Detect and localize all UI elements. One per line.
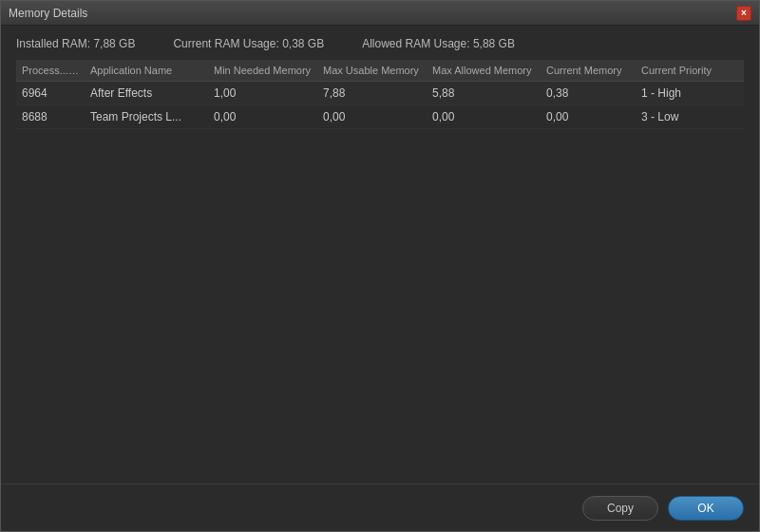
dialog-title: Memory Details: [9, 7, 87, 20]
cell-maxallow: 0,00: [427, 105, 541, 129]
cell-minmem: 1,00: [208, 82, 317, 105]
col-header-minmem: Min Needed Memory: [208, 60, 317, 82]
cell-curmem: 0,38: [541, 82, 636, 105]
cell-appname: Team Projects L...: [85, 105, 208, 129]
col-header-curpri: Current Priority: [636, 60, 744, 82]
sort-arrow-process: ▲: [73, 65, 84, 76]
ok-button[interactable]: OK: [668, 496, 744, 521]
title-bar: Memory Details ×: [1, 1, 759, 26]
col-header-maxallow: Max Allowed Memory: [427, 60, 541, 82]
col-header-appname: Application Name: [85, 60, 208, 82]
memory-table: Process... ▲ Application Name Min Needed…: [16, 60, 744, 129]
table-header-row: Process... ▲ Application Name Min Needed…: [16, 60, 744, 82]
cell-process: 8688: [16, 105, 85, 129]
cell-curpri: 3 - Low: [636, 105, 744, 129]
memory-table-container: Process... ▲ Application Name Min Needed…: [16, 60, 744, 472]
table-row: 8688Team Projects L...0,000,000,000,003 …: [16, 105, 744, 129]
table-body: 6964After Effects1,007,885,880,381 - Hig…: [16, 82, 744, 129]
col-header-maxmem: Max Usable Memory: [317, 60, 427, 82]
col-header-curmem: Current Memory: [541, 60, 636, 82]
cell-maxmem: 7,88: [317, 82, 427, 105]
cell-process: 6964: [16, 82, 85, 105]
installed-ram-info: Installed RAM: 7,88 GB: [16, 37, 135, 50]
content-area: Installed RAM: 7,88 GB Current RAM Usage…: [1, 26, 759, 484]
copy-button[interactable]: Copy: [582, 496, 658, 521]
cell-minmem: 0,00: [208, 105, 317, 129]
cell-curpri: 1 - High: [636, 82, 744, 105]
cell-maxallow: 5,88: [427, 82, 541, 105]
cell-appname: After Effects: [85, 82, 208, 105]
memory-details-dialog: Memory Details × Installed RAM: 7,88 GB …: [0, 0, 760, 532]
dialog-footer: Copy OK: [1, 484, 759, 531]
cell-maxmem: 0,00: [317, 105, 427, 129]
table-row: 6964After Effects1,007,885,880,381 - Hig…: [16, 82, 744, 105]
info-bar: Installed RAM: 7,88 GB Current RAM Usage…: [16, 37, 744, 50]
allowed-ram-info: Allowed RAM Usage: 5,88 GB: [362, 37, 515, 50]
cell-curmem: 0,00: [541, 105, 636, 129]
close-button[interactable]: ×: [736, 6, 751, 21]
current-ram-info: Current RAM Usage: 0,38 GB: [173, 37, 324, 50]
col-header-process[interactable]: Process... ▲: [16, 60, 85, 82]
